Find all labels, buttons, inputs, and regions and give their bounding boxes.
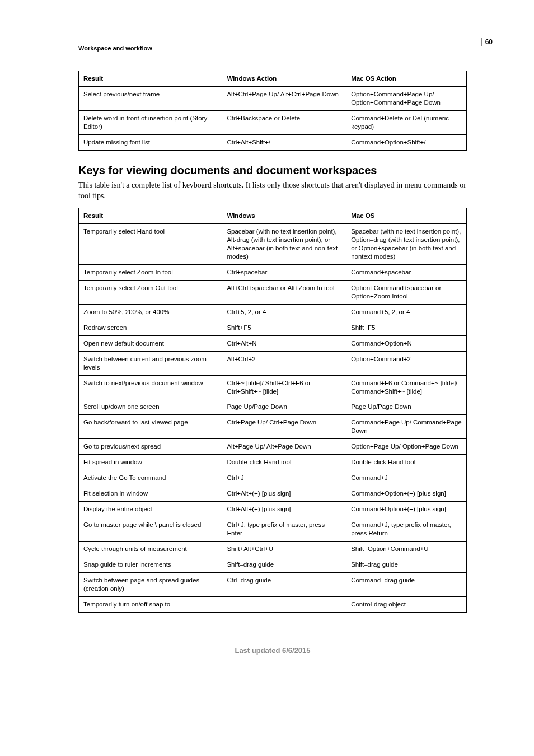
table-row: Delete word in front of insertion point … xyxy=(79,110,467,134)
cell-windows: Ctrl+Alt+N xyxy=(222,335,346,351)
cell-result: Scroll up/down one screen xyxy=(79,399,222,415)
col-header-windows: Windows xyxy=(222,208,346,224)
cell-macos: Command–drag guide xyxy=(346,572,467,596)
cell-macos: Command+Option+N xyxy=(346,335,467,351)
cell-result: Temporarily select Hand tool xyxy=(79,224,222,265)
cell-windows: Shift+F5 xyxy=(222,320,346,335)
cell-windows: Shift–drag guide xyxy=(222,557,346,572)
cell-windows xyxy=(222,596,346,612)
cell-macos: Command+Option+(+) [plus sign] xyxy=(346,502,467,517)
cell-windows: Alt+Ctrl+2 xyxy=(222,351,346,375)
cell-macos: Spacebar (with no text insertion point),… xyxy=(346,224,467,265)
cell-result: Fit selection in window xyxy=(79,486,222,502)
shortcut-table-2: Result Windows Mac OS Temporarily select… xyxy=(78,208,467,612)
cell-result: Update missing font list xyxy=(79,134,222,150)
cell-result: Open new default document xyxy=(79,335,222,351)
cell-macos: Command+J xyxy=(346,470,467,486)
cell-result: Delete word in front of insertion point … xyxy=(79,110,222,134)
table-row: Display the entire objectCtrl+Alt+(+) [p… xyxy=(79,502,467,517)
cell-windows: Ctrl+Backspace or Delete xyxy=(222,110,346,134)
cell-result: Switch between page and spread guides (c… xyxy=(79,572,222,596)
cell-macos: Command+Option+Shift+/ xyxy=(346,134,467,150)
cell-windows: Ctrl+spacebar xyxy=(222,265,346,281)
table-row: Cycle through units of measurementShift+… xyxy=(79,541,467,557)
table-row: Redraw screenShift+F5Shift+F5 xyxy=(79,320,467,335)
cell-macos: Option+Command+spacebar or Option+Zoom I… xyxy=(346,281,467,305)
table-row: Select previous/next frame Alt+Ctrl+Page… xyxy=(79,86,467,110)
cell-windows: Ctrl+Alt+(+) [plus sign] xyxy=(222,486,346,502)
cell-macos: Control-drag object xyxy=(346,596,467,612)
cell-macos: Page Up/Page Down xyxy=(346,399,467,415)
table-row: Fit spread in windowDouble-click Hand to… xyxy=(79,455,467,470)
cell-macos: Command+spacebar xyxy=(346,265,467,281)
cell-macos: Command+J, type prefix of master, press … xyxy=(346,517,467,541)
table-row: Switch between current and previous zoom… xyxy=(79,351,467,375)
cell-macos: Shift+Option+Command+U xyxy=(346,541,467,557)
table-row: Fit selection in windowCtrl+Alt+(+) [plu… xyxy=(79,486,467,502)
cell-result: Snap guide to ruler increments xyxy=(79,557,222,572)
footer-last-updated: Last updated 6/6/2015 xyxy=(78,646,467,655)
cell-result: Temporarily select Zoom In tool xyxy=(79,265,222,281)
cell-windows: Shift+Alt+Ctrl+U xyxy=(222,541,346,557)
cell-windows: Alt+Page Up/ Alt+Page Down xyxy=(222,439,346,455)
cell-result: Select previous/next frame xyxy=(79,86,222,110)
table-row: Go to previous/next spreadAlt+Page Up/ A… xyxy=(79,439,467,455)
table-row: Go to master page while \ panel is close… xyxy=(79,517,467,541)
table-row: Temporarily turn on/off snap toControl-d… xyxy=(79,596,467,612)
cell-windows: Alt+Ctrl+spacebar or Alt+Zoom In tool xyxy=(222,281,346,305)
cell-windows: Ctrl+~ [tilde]/ Shift+Ctrl+F6 or Ctrl+Sh… xyxy=(222,375,346,399)
cell-macos: Command+Option+(+) [plus sign] xyxy=(346,486,467,502)
cell-result: Go back/forward to last-viewed page xyxy=(79,415,222,439)
cell-windows: Ctrl+5, 2, or 4 xyxy=(222,304,346,320)
intro-paragraph: This table isn't a complete list of keyb… xyxy=(78,180,467,202)
table-row: Snap guide to ruler incrementsShift–drag… xyxy=(79,557,467,572)
table-row: Go back/forward to last-viewed pageCtrl+… xyxy=(79,415,467,439)
col-header-macos: Mac OS xyxy=(346,208,467,224)
cell-macos: Command+F6 or Command+~ [tilde]/ Command… xyxy=(346,375,467,399)
cell-result: Go to previous/next spread xyxy=(79,439,222,455)
table-row: Switch to next/previous document windowC… xyxy=(79,375,467,399)
cell-result: Temporarily select Zoom Out tool xyxy=(79,281,222,305)
cell-windows: Ctrl+Alt+Shift+/ xyxy=(222,134,346,150)
col-header-macos: Mac OS Action xyxy=(346,71,467,87)
cell-windows: Ctrl+Alt+(+) [plus sign] xyxy=(222,502,346,517)
table-row: Activate the Go To commandCtrl+JCommand+… xyxy=(79,470,467,486)
document-page: 60 Workspace and workflow Result Windows… xyxy=(0,0,534,756)
table-row: Scroll up/down one screenPage Up/Page Do… xyxy=(79,399,467,415)
col-header-windows: Windows Action xyxy=(222,71,346,87)
table-row: Update missing font list Ctrl+Alt+Shift+… xyxy=(79,134,467,150)
cell-result: Switch between current and previous zoom… xyxy=(79,351,222,375)
section-heading: Keys for viewing documents and document … xyxy=(78,164,467,177)
cell-windows: Ctrl+J, type prefix of master, press Ent… xyxy=(222,517,346,541)
table-row: Temporarily select Zoom In toolCtrl+spac… xyxy=(79,265,467,281)
cell-macos: Shift+F5 xyxy=(346,320,467,335)
cell-result: Cycle through units of measurement xyxy=(79,541,222,557)
table-row: Temporarily select Hand toolSpacebar (wi… xyxy=(79,224,467,265)
shortcut-table-1: Result Windows Action Mac OS Action Sele… xyxy=(78,71,467,151)
cell-result: Temporarily turn on/off snap to xyxy=(79,596,222,612)
table-row: Switch between page and spread guides (c… xyxy=(79,572,467,596)
table-row: Zoom to 50%, 200%, or 400%Ctrl+5, 2, or … xyxy=(79,304,467,320)
col-header-result: Result xyxy=(79,71,222,87)
cell-windows: Spacebar (with no text insertion point),… xyxy=(222,224,346,265)
cell-macos: Option+Command+Page Up/ Option+Command+P… xyxy=(346,86,467,110)
page-number: 60 xyxy=(481,38,493,46)
table-row: Temporarily select Zoom Out toolAlt+Ctrl… xyxy=(79,281,467,305)
cell-windows: Alt+Ctrl+Page Up/ Alt+Ctrl+Page Down xyxy=(222,86,346,110)
cell-windows: Double-click Hand tool xyxy=(222,455,346,470)
cell-windows: Page Up/Page Down xyxy=(222,399,346,415)
table-row: Open new default documentCtrl+Alt+NComma… xyxy=(79,335,467,351)
cell-result: Redraw screen xyxy=(79,320,222,335)
cell-macos: Option+Page Up/ Option+Page Down xyxy=(346,439,467,455)
col-header-result: Result xyxy=(79,208,222,224)
cell-windows: Ctrl+J xyxy=(222,470,346,486)
cell-result: Fit spread in window xyxy=(79,455,222,470)
cell-result: Switch to next/previous document window xyxy=(79,375,222,399)
cell-result: Activate the Go To command xyxy=(79,470,222,486)
cell-macos: Command+Delete or Del (numeric keypad) xyxy=(346,110,467,134)
cell-macos: Command+Page Up/ Command+Page Down xyxy=(346,415,467,439)
cell-result: Display the entire object xyxy=(79,502,222,517)
cell-macos: Shift–drag guide xyxy=(346,557,467,572)
cell-macos: Option+Command+2 xyxy=(346,351,467,375)
running-header: Workspace and workflow xyxy=(78,45,467,52)
